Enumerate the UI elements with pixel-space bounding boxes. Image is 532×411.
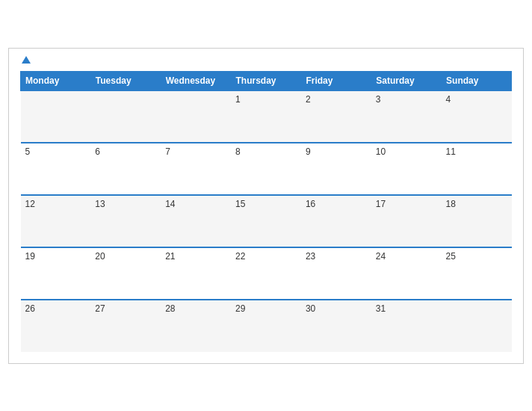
day-number: 28 [165, 303, 175, 314]
day-number: 30 [306, 303, 315, 314]
day-number: 23 [306, 251, 315, 262]
calendar-day-cell: 17 [371, 195, 442, 247]
weekday-header-tuesday: Tuesday [90, 71, 161, 90]
calendar-day-cell: 28 [161, 300, 231, 352]
day-number: 19 [25, 251, 35, 262]
calendar-day-cell [442, 300, 512, 352]
day-number: 22 [235, 251, 245, 262]
calendar-week-row: 262728293031 [21, 300, 512, 352]
calendar-day-cell: 11 [442, 143, 512, 195]
calendar-body: 1234567891011121314151617181920212223242… [21, 90, 512, 352]
day-number: 14 [165, 199, 175, 209]
calendar-day-cell: 26 [21, 300, 91, 352]
calendar-day-cell: 8 [231, 143, 301, 195]
day-number: 10 [376, 146, 386, 157]
day-number: 4 [446, 94, 451, 105]
calendar-day-cell [21, 90, 91, 143]
calendar-day-cell: 23 [301, 247, 371, 300]
calendar-day-cell: 4 [442, 90, 512, 143]
calendar-day-cell: 1 [231, 90, 301, 143]
logo-triangle-icon [22, 56, 31, 64]
day-number: 20 [95, 251, 105, 262]
day-number: 18 [446, 199, 456, 209]
day-number: 29 [235, 303, 245, 314]
calendar-day-cell: 27 [90, 300, 161, 352]
day-number: 27 [95, 303, 105, 314]
day-number: 5 [25, 146, 31, 157]
calendar-day-cell: 12 [21, 195, 91, 247]
calendar-container: MondayTuesdayWednesdayThursdayFridaySatu… [8, 48, 524, 364]
calendar-day-cell [161, 90, 231, 143]
weekday-header-saturday: Saturday [371, 71, 442, 90]
day-number: 16 [306, 199, 315, 209]
day-number: 2 [306, 94, 311, 105]
calendar-day-cell: 18 [442, 195, 512, 247]
calendar-header [20, 56, 512, 64]
calendar-day-cell: 20 [90, 247, 161, 300]
day-number: 31 [376, 303, 386, 314]
day-number: 1 [235, 94, 241, 105]
calendar-week-row: 567891011 [21, 143, 512, 195]
day-number: 13 [95, 199, 105, 209]
weekday-header-monday: Monday [21, 71, 91, 90]
calendar-week-row: 1234 [21, 90, 512, 143]
calendar-day-cell: 10 [371, 143, 442, 195]
day-number: 21 [165, 251, 175, 262]
calendar-day-cell: 30 [301, 300, 371, 352]
day-number: 15 [235, 199, 245, 209]
calendar-day-cell: 25 [442, 247, 512, 300]
day-number: 12 [25, 199, 35, 209]
day-number: 7 [165, 146, 170, 157]
day-number: 9 [306, 146, 311, 157]
day-number: 3 [376, 94, 381, 105]
calendar-day-cell: 19 [21, 247, 91, 300]
weekday-header-sunday: Sunday [442, 71, 512, 90]
weekday-header-friday: Friday [301, 71, 371, 90]
calendar-grid: MondayTuesdayWednesdayThursdayFridaySatu… [20, 71, 512, 352]
day-number: 25 [446, 251, 456, 262]
calendar-day-cell: 24 [371, 247, 442, 300]
calendar-day-cell: 3 [371, 90, 442, 143]
calendar-day-cell: 16 [301, 195, 371, 247]
calendar-day-cell: 2 [301, 90, 371, 143]
calendar-day-cell: 5 [21, 143, 91, 195]
calendar-thead: MondayTuesdayWednesdayThursdayFridaySatu… [21, 71, 512, 90]
weekday-header-wednesday: Wednesday [161, 71, 231, 90]
calendar-day-cell: 7 [161, 143, 231, 195]
calendar-day-cell: 15 [231, 195, 301, 247]
calendar-day-cell: 9 [301, 143, 371, 195]
day-number: 24 [376, 251, 386, 262]
weekday-header-thursday: Thursday [231, 71, 301, 90]
calendar-day-cell [90, 90, 161, 143]
day-number: 8 [235, 146, 241, 157]
calendar-day-cell: 29 [231, 300, 301, 352]
calendar-day-cell: 13 [90, 195, 161, 247]
logo [20, 56, 31, 64]
day-number: 26 [25, 303, 35, 314]
day-number: 11 [446, 146, 456, 157]
weekday-header-row: MondayTuesdayWednesdayThursdayFridaySatu… [21, 71, 512, 90]
calendar-day-cell: 6 [90, 143, 161, 195]
calendar-week-row: 12131415161718 [21, 195, 512, 247]
calendar-day-cell: 14 [161, 195, 231, 247]
calendar-day-cell: 21 [161, 247, 231, 300]
calendar-day-cell: 22 [231, 247, 301, 300]
day-number: 17 [376, 199, 386, 209]
day-number: 6 [95, 146, 100, 157]
calendar-day-cell: 31 [371, 300, 442, 352]
calendar-week-row: 19202122232425 [21, 247, 512, 300]
